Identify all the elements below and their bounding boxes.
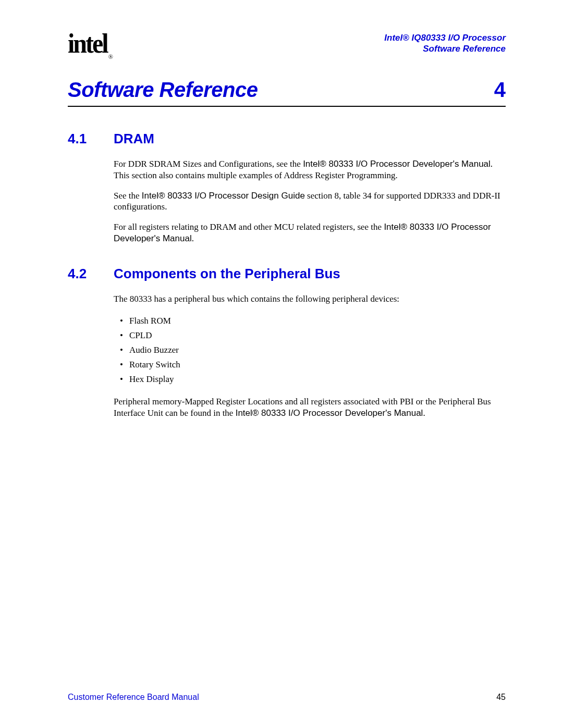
section-heading-4-2: 4.2 Components on the Peripheral Bus [68,266,506,282]
section-title: Components on the Peripheral Bus [114,266,340,282]
text-run: . [423,408,425,418]
header-subtitle: Software Reference [384,43,506,54]
text-run: See the [114,191,142,201]
header-title-block: Intel® IQ80333 I/O Processor Software Re… [384,32,506,55]
section-heading-4-1: 4.1 DRAM [68,131,506,147]
paragraph: The 80333 has a peripheral bus which con… [114,293,506,304]
page: intel® Intel® IQ80333 I/O Processor Soft… [0,0,563,728]
manual-reference: Intel® 80333 I/O Processor Developer's M… [303,159,491,169]
page-footer: Customer Reference Board Manual 45 [68,693,506,702]
text-run: For DDR SDRAM Sizes and Configurations, … [114,159,303,169]
section-number: 4.2 [68,266,114,282]
logo-registered: ® [108,53,113,60]
chapter-heading: Software Reference 4 [68,78,506,107]
section-title: DRAM [114,131,154,147]
section-body-4-1: For DDR SDRAM Sizes and Configurations, … [114,158,506,244]
manual-reference: Intel® 80333 I/O Processor Developer's M… [236,408,423,418]
paragraph: For all registers relating to DRAM and o… [114,221,506,244]
list-item: Rotary Switch [120,357,506,372]
paragraph: Peripheral memory-Mapped Register Locati… [114,396,506,418]
text-run: . [192,233,194,243]
footer-manual-name: Customer Reference Board Manual [68,693,199,702]
footer-page-number: 45 [496,693,506,702]
paragraph: For DDR SDRAM Sizes and Configurations, … [114,158,506,181]
chapter-number: 4 [494,78,506,102]
device-list: Flash ROM CPLD Audio Buzzer Rotary Switc… [120,314,506,387]
list-item: Flash ROM [120,314,506,328]
text-run: For all registers relating to DRAM and o… [114,222,384,232]
page-header: intel® Intel® IQ80333 I/O Processor Soft… [68,32,506,58]
chapter-title: Software Reference [68,78,258,102]
paragraph: See the Intel® 80333 I/O Processor Desig… [114,190,506,213]
list-item: Audio Buzzer [120,343,506,357]
list-item: CPLD [120,328,506,343]
header-product: Intel® IQ80333 I/O Processor [384,32,506,43]
guide-reference: Intel® 80333 I/O Processor Design Guide [142,191,305,201]
section-body-4-2: The 80333 has a peripheral bus which con… [114,293,506,418]
section-number: 4.1 [68,131,114,147]
intel-logo: intel® [68,31,113,59]
list-item: Hex Display [120,372,506,387]
logo-text: intel [68,29,107,58]
